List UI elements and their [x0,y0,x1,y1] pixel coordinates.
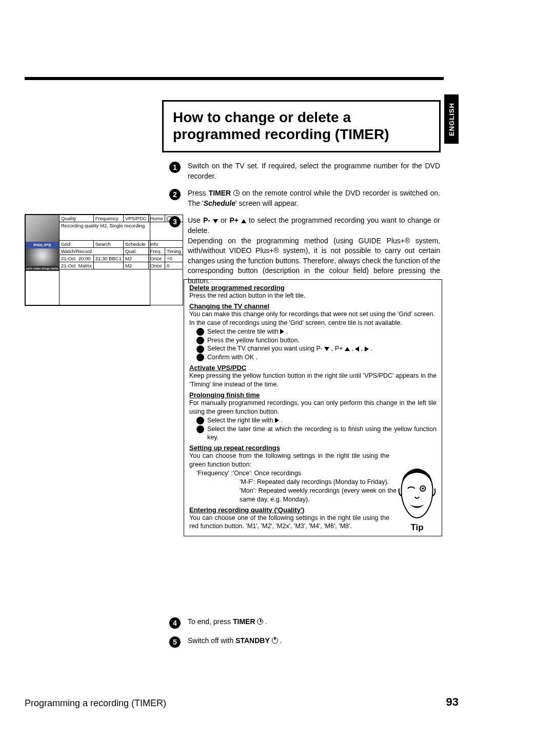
step-number-icon: 4 [169,617,181,629]
tip-p-channel: You can make this change only for record… [189,310,437,327]
tip-p-prolong: For manually programmed recordings, you … [189,399,437,416]
language-label: ENGLISH [448,103,456,136]
step-5: 5 Switch off with STANDBY . [169,636,440,648]
col-freq: Freq. [148,248,165,255]
tip-p-delete: Press the red action button in the left … [189,292,437,300]
subhdr: Recording quality M2, Single recording [60,222,183,241]
step-4-text: To end, press TIMER . [188,617,440,629]
step-4: 4 To end, press TIMER . [169,617,440,629]
substep: 1Select the right tile with . [196,416,437,425]
substep: 3Select the TV channel you want using P-… [196,344,437,353]
triangle-right-icon [275,418,279,423]
philips-logo: PHILIPS [26,242,59,248]
step-number-icon: 5 [169,636,181,648]
substep: 4Confirm with OK . [196,353,437,362]
tip-p-repeat: You can choose from the following settin… [189,452,389,469]
step-number-icon: 1 [169,162,181,173]
section-title-box: How to change or delete a programmed rec… [162,100,441,152]
tip-label: Tip [395,522,439,533]
footer-section-title: Programming a recording (TIMER) [25,698,166,709]
frequency-options: 'Frequency' :'Once': Once recordings 'M-… [196,469,397,504]
tip-h-delete: Delete programmed recording [189,284,437,292]
triangle-right-icon [280,329,284,334]
step-2: 2 Press TIMER on the remote control whil… [169,188,440,208]
svg-point-1 [422,488,424,490]
triangle-left-icon [355,346,359,352]
tip-box: Delete programmed recording Press the re… [184,279,442,536]
step-1: 1 Switch on the TV set. If required, sel… [169,161,440,181]
tab-grid: Grid [60,241,94,248]
substep: 1Select the centre tile with . [196,327,437,336]
substep: 2Press the yellow function button. [196,336,437,345]
winking-face-icon [396,468,438,520]
hdr-home: Home [148,215,165,222]
page-number: 93 [446,695,459,709]
tip-p-quality: You can choose one of the following sett… [189,514,389,531]
tab-schedule: Schedule [123,241,148,248]
step-number-icon: 3 [169,216,181,227]
top-rule [25,77,444,80]
language-tab: ENGLISH [444,94,459,144]
triangle-right-icon [365,346,369,352]
hdr-frequency: Frequency [93,215,123,222]
section-title: How to change or delete a programmed rec… [173,109,430,143]
substep: 2Select the later time at which the reco… [196,425,437,442]
step-number-icon: 2 [169,189,181,200]
triangle-down-icon [324,347,329,351]
tip-illustration: Tip [395,468,439,533]
philips-slogan: Let's make things better [26,266,59,271]
clock-icon [257,618,263,625]
triangle-down-icon [213,219,218,223]
col-watchrecord: Watch/Record [60,248,124,255]
triangle-up-icon [345,347,350,351]
triangle-up-icon [241,219,246,223]
hdr-vpspdc: VPS/PDC [123,215,148,222]
tip-h-channel: Changing the TV channel [189,302,437,310]
tip-p-vps: Keep pressing the yellow function button… [189,372,437,389]
tip-h-prolong: Prolonging finish time [189,391,437,399]
tab-search: Search [93,241,123,248]
step-3: 3 Use P- or P+ to select the programmed … [169,216,440,286]
hdr-quality: Quality [60,215,94,222]
schedule-screenshot: PHILIPS Let's make things better Quality… [25,214,150,306]
step-2-text: Press TIMER on the remote control while … [188,188,440,208]
clock-icon [233,190,240,196]
col-qual: Qual. [123,248,148,255]
tip-h-repeat: Setting up repeat recordings [189,444,437,452]
step-1-text: Switch on the TV set. If required, selec… [188,161,440,181]
step-5-text: Switch off with STANDBY . [188,636,440,648]
power-icon [272,637,278,644]
tip-h-vps: Activate VPS/PDC [189,364,437,372]
step-3-text: Use P- or P+ to select the programmed re… [188,216,440,286]
